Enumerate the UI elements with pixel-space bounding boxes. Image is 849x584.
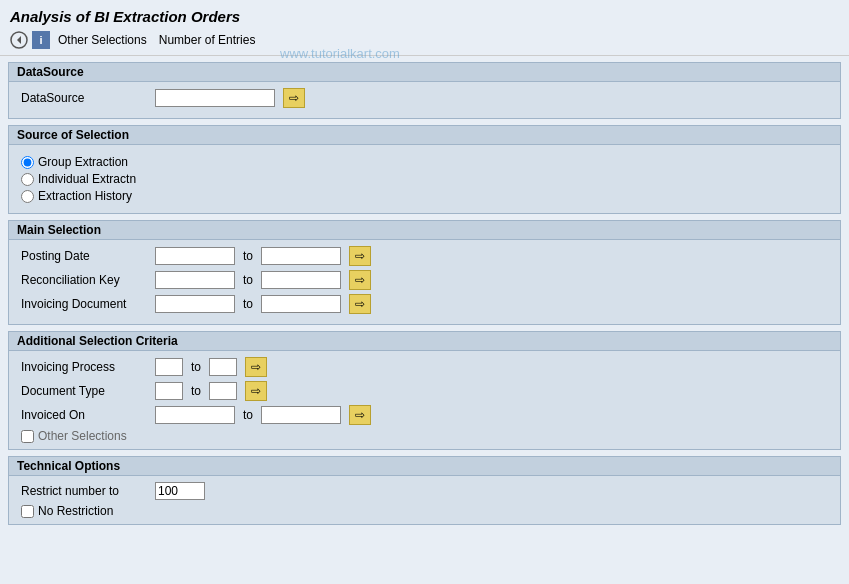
- main-selection-title: Main Selection: [9, 221, 840, 240]
- datasource-row: DataSource ⇨: [21, 88, 828, 108]
- additional-selection-title: Additional Selection Criteria: [9, 332, 840, 351]
- reconciliation-key-row: Reconciliation Key to ⇨: [21, 270, 828, 290]
- individual-extraction-label[interactable]: Individual Extractn: [38, 172, 136, 186]
- info-button[interactable]: i: [32, 31, 50, 49]
- invoicing-document-to-label: to: [243, 297, 253, 311]
- invoicing-process-to-label: to: [191, 360, 201, 374]
- no-restriction-checkbox[interactable]: [21, 505, 34, 518]
- source-of-selection-title: Source of Selection: [9, 126, 840, 145]
- other-selections-checkbox-row: Other Selections: [21, 429, 828, 443]
- document-type-to[interactable]: [209, 382, 237, 400]
- posting-date-arrow-button[interactable]: ⇨: [349, 246, 371, 266]
- invoicing-document-arrow-button[interactable]: ⇨: [349, 294, 371, 314]
- document-type-arrow-button[interactable]: ⇨: [245, 381, 267, 401]
- technical-options-title: Technical Options: [9, 457, 840, 476]
- additional-selection-section: Additional Selection Criteria Invoicing …: [8, 331, 841, 450]
- main-selection-section: Main Selection Posting Date to ⇨ Reconci…: [8, 220, 841, 325]
- invoicing-document-from[interactable]: [155, 295, 235, 313]
- other-selections-checkbox[interactable]: [21, 430, 34, 443]
- invoicing-process-row: Invoicing Process to ⇨: [21, 357, 828, 377]
- invoiced-on-from[interactable]: [155, 406, 235, 424]
- reconciliation-key-from[interactable]: [155, 271, 235, 289]
- datasource-arrow-button[interactable]: ⇨: [283, 88, 305, 108]
- extraction-history-radio[interactable]: [21, 190, 34, 203]
- no-restriction-row: No Restriction: [21, 504, 828, 518]
- posting-date-label: Posting Date: [21, 249, 151, 263]
- datasource-label: DataSource: [21, 91, 151, 105]
- technical-options-section: Technical Options Restrict number to No …: [8, 456, 841, 525]
- posting-date-to-label: to: [243, 249, 253, 263]
- source-of-selection-section: Source of Selection Group Extraction Ind…: [8, 125, 841, 214]
- invoiced-on-label: Invoiced On: [21, 408, 151, 422]
- radio-individual-extraction: Individual Extractn: [21, 172, 828, 186]
- posting-date-to[interactable]: [261, 247, 341, 265]
- posting-date-from[interactable]: [155, 247, 235, 265]
- reconciliation-key-to-label: to: [243, 273, 253, 287]
- invoicing-process-to[interactable]: [209, 358, 237, 376]
- invoiced-on-to-label: to: [243, 408, 253, 422]
- invoicing-process-arrow-button[interactable]: ⇨: [245, 357, 267, 377]
- group-extraction-radio[interactable]: [21, 156, 34, 169]
- restrict-number-input[interactable]: [155, 482, 205, 500]
- invoiced-on-arrow-button[interactable]: ⇨: [349, 405, 371, 425]
- other-selections-checkbox-label[interactable]: Other Selections: [38, 429, 127, 443]
- back-button[interactable]: [10, 31, 28, 49]
- posting-date-row: Posting Date to ⇨: [21, 246, 828, 266]
- invoicing-process-label: Invoicing Process: [21, 360, 151, 374]
- reconciliation-key-arrow-button[interactable]: ⇨: [349, 270, 371, 290]
- document-type-to-label: to: [191, 384, 201, 398]
- svg-marker-1: [17, 36, 21, 44]
- no-restriction-label[interactable]: No Restriction: [38, 504, 113, 518]
- invoicing-document-row: Invoicing Document to ⇨: [21, 294, 828, 314]
- document-type-label: Document Type: [21, 384, 151, 398]
- page-title: Analysis of BI Extraction Orders: [10, 8, 839, 25]
- datasource-input[interactable]: [155, 89, 275, 107]
- group-extraction-label[interactable]: Group Extraction: [38, 155, 128, 169]
- extraction-history-label[interactable]: Extraction History: [38, 189, 132, 203]
- individual-extraction-radio[interactable]: [21, 173, 34, 186]
- datasource-section-title: DataSource: [9, 63, 840, 82]
- invoicing-document-label: Invoicing Document: [21, 297, 151, 311]
- restrict-number-row: Restrict number to: [21, 482, 828, 500]
- invoicing-process-from[interactable]: [155, 358, 183, 376]
- number-of-entries-button[interactable]: Number of Entries: [155, 32, 260, 48]
- radio-group-extraction: Group Extraction: [21, 155, 828, 169]
- reconciliation-key-label: Reconciliation Key: [21, 273, 151, 287]
- document-type-row: Document Type to ⇨: [21, 381, 828, 401]
- source-radio-group: Group Extraction Individual Extractn Ext…: [21, 151, 828, 207]
- radio-extraction-history: Extraction History: [21, 189, 828, 203]
- other-selections-button[interactable]: Other Selections: [54, 32, 151, 48]
- invoiced-on-to[interactable]: [261, 406, 341, 424]
- restrict-number-label: Restrict number to: [21, 484, 151, 498]
- datasource-section: DataSource DataSource ⇨: [8, 62, 841, 119]
- invoiced-on-row: Invoiced On to ⇨: [21, 405, 828, 425]
- invoicing-document-to[interactable]: [261, 295, 341, 313]
- document-type-from[interactable]: [155, 382, 183, 400]
- reconciliation-key-to[interactable]: [261, 271, 341, 289]
